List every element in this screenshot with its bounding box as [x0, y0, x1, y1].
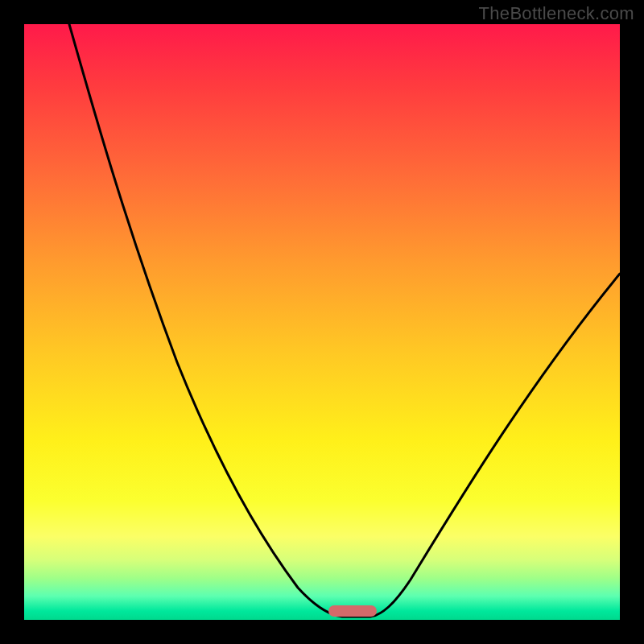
bottleneck-curve-path [69, 24, 620, 617]
plot-area [24, 24, 620, 620]
chart-frame: TheBottleneck.com [0, 0, 644, 644]
optimal-range-marker [328, 605, 377, 617]
bottleneck-curve [24, 24, 620, 620]
watermark-text: TheBottleneck.com [479, 3, 634, 24]
